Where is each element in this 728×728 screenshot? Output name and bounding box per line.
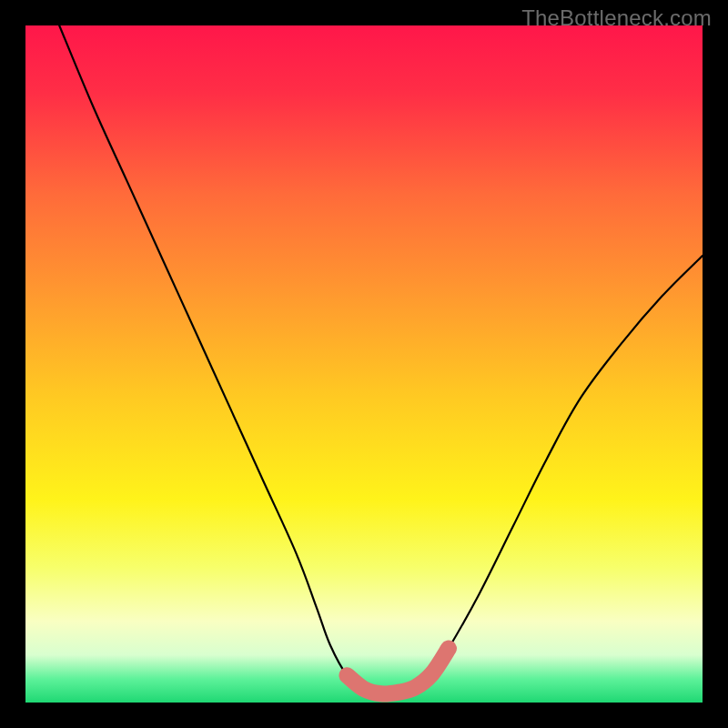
chart-frame: TheBottleneck.com	[0, 0, 728, 728]
curve-right-branch	[381, 256, 703, 693]
plot-area	[25, 25, 703, 703]
curve-left-branch	[59, 25, 380, 693]
highlight-marker	[347, 648, 449, 693]
curve-layer	[25, 25, 703, 703]
attribution-text: TheBottleneck.com	[521, 5, 712, 31]
